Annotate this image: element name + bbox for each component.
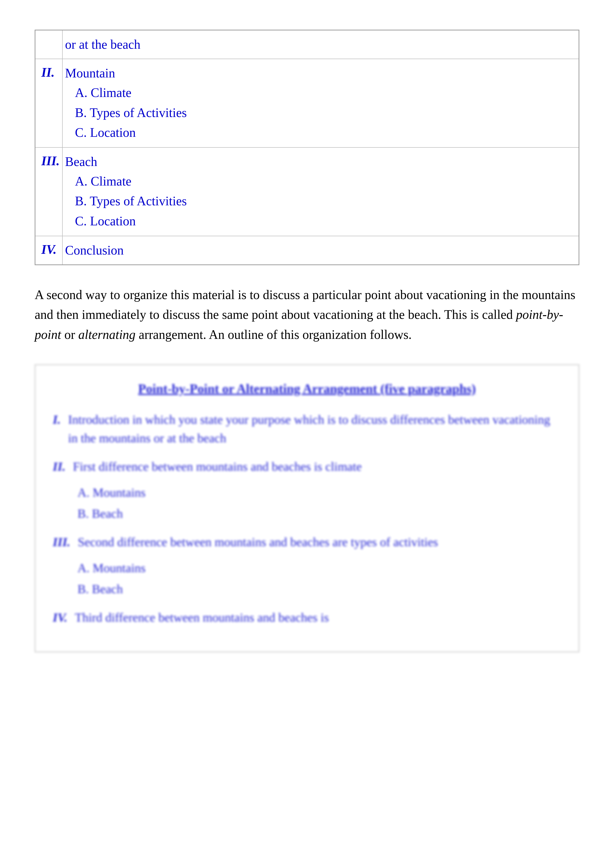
blurred-section-title: Point-by-Point or Alternating Arrangemen… xyxy=(53,380,561,398)
blurred-text-iv: Third difference between mountains and b… xyxy=(75,608,329,627)
body-paragraph: A second way to organize this material i… xyxy=(35,285,579,345)
outline-table: or at the beach II. Mountain A. Climate … xyxy=(35,30,579,265)
blurred-sub-iii-a: A. Mountains xyxy=(78,559,146,577)
page-content: or at the beach II. Mountain A. Climate … xyxy=(35,30,579,652)
body-text-between: or xyxy=(61,327,78,342)
row-num-empty xyxy=(35,30,62,59)
blurred-sub-ii-b: B. Beach xyxy=(78,504,123,523)
row-content-mountain: Mountain A. Climate B. Types of Activiti… xyxy=(62,59,579,147)
row-num-iv: IV. xyxy=(35,236,62,265)
blurred-outline-section: Point-by-Point or Alternating Arrangemen… xyxy=(35,364,579,652)
table-row-iii: III. Beach A. Climate B. Types of Activi… xyxy=(35,147,579,236)
body-text-after: arrangement. An outline of this organiza… xyxy=(135,327,412,342)
row-content-beach: Beach A. Climate B. Types of Activities … xyxy=(62,147,579,236)
row-num-iii: III. xyxy=(35,147,62,236)
blurred-text-iii: Second difference between mountains and … xyxy=(78,533,438,551)
table-row-iv: IV. Conclusion xyxy=(35,236,579,265)
row-content-conclusion: Conclusion xyxy=(62,236,579,265)
blurred-item-i: I. Introduction in which you state your … xyxy=(53,411,561,448)
row-content-or-at-beach: or at the beach xyxy=(62,30,579,59)
body-text-before-italic: A second way to organize this material i… xyxy=(35,288,575,322)
blurred-item-ii: II. First difference between mountains a… xyxy=(53,457,561,523)
table-row-ii: II. Mountain A. Climate B. Types of Acti… xyxy=(35,59,579,147)
blurred-num-i: I. xyxy=(53,411,61,448)
blurred-text-i: Introduction in which you state your pur… xyxy=(68,411,561,448)
blurred-num-iv: IV. xyxy=(53,608,67,627)
blurred-sub-ii-a: A. Mountains xyxy=(78,484,146,502)
blurred-text-ii: First difference between mountains and b… xyxy=(73,457,362,476)
blurred-item-iii: III. Second difference between mountains… xyxy=(53,533,561,598)
blurred-item-iv: IV. Third difference between mountains a… xyxy=(53,608,561,627)
table-row: or at the beach xyxy=(35,30,579,59)
row-num-ii: II. xyxy=(35,59,62,147)
blurred-num-iii: III. xyxy=(53,533,70,551)
blurred-num-ii: II. xyxy=(53,457,65,476)
body-italic-2: alternating xyxy=(78,327,135,342)
blurred-sub-iii-b: B. Beach xyxy=(78,580,123,598)
